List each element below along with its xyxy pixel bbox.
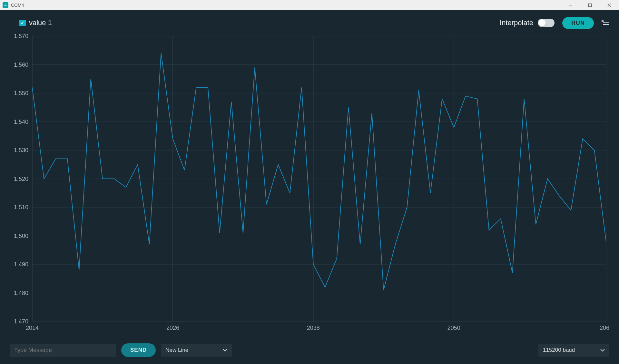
interpolate-toggle[interactable] <box>538 19 555 27</box>
svg-text:1,490: 1,490 <box>14 261 28 268</box>
svg-text:1,480: 1,480 <box>14 290 28 296</box>
chart-area: 1,4701,4801,4901,5001,5101,5201,5301,540… <box>10 32 609 335</box>
message-input[interactable] <box>10 344 116 357</box>
serial-plotter-chart[interactable]: 1,4701,4801,4901,5001,5101,5201,5301,540… <box>10 32 609 335</box>
window-titlebar: ∞ COM4 <box>0 0 619 10</box>
minimize-button[interactable] <box>561 0 580 10</box>
close-button[interactable] <box>600 0 619 10</box>
top-toolbar: ✓ value 1 Interpolate RUN <box>10 17 609 29</box>
clear-chart-icon[interactable] <box>601 19 609 27</box>
svg-text:2063: 2063 <box>600 325 609 331</box>
line-ending-select[interactable]: New Line <box>161 344 232 357</box>
svg-text:1,540: 1,540 <box>14 119 28 125</box>
window-title: COM4 <box>11 3 24 8</box>
interpolate-label: Interpolate <box>500 19 533 27</box>
svg-text:2050: 2050 <box>447 325 460 331</box>
chevron-down-icon <box>600 347 605 353</box>
chevron-down-icon <box>223 347 227 353</box>
svg-text:1,560: 1,560 <box>14 62 28 68</box>
line-ending-value: New Line <box>165 347 188 353</box>
arduino-icon: ∞ <box>3 2 8 8</box>
legend-checkbox[interactable]: ✓ <box>19 20 26 26</box>
legend-item-value1[interactable]: ✓ value 1 <box>19 19 52 27</box>
maximize-button[interactable] <box>580 0 600 10</box>
svg-text:1,550: 1,550 <box>14 90 28 96</box>
run-button[interactable]: RUN <box>562 17 594 29</box>
app-body: ✓ value 1 Interpolate RUN 1,4701,4801,49… <box>0 10 619 364</box>
baud-value: 115200 baud <box>543 347 575 353</box>
svg-rect-1 <box>589 4 592 6</box>
bottom-toolbar: SEND New Line 115200 baud <box>10 343 609 358</box>
svg-text:1,470: 1,470 <box>14 318 28 325</box>
baud-select[interactable]: 115200 baud <box>538 344 609 357</box>
svg-text:2014: 2014 <box>26 325 39 331</box>
svg-text:1,500: 1,500 <box>14 233 28 239</box>
svg-text:2026: 2026 <box>166 325 179 331</box>
toggle-knob <box>538 19 545 26</box>
send-button[interactable]: SEND <box>121 343 156 357</box>
svg-text:1,510: 1,510 <box>14 204 28 211</box>
svg-text:1,520: 1,520 <box>14 176 28 182</box>
svg-text:1,570: 1,570 <box>14 33 28 39</box>
svg-text:2038: 2038 <box>307 325 320 331</box>
svg-text:1,530: 1,530 <box>14 147 28 153</box>
legend-label: value 1 <box>29 19 52 27</box>
